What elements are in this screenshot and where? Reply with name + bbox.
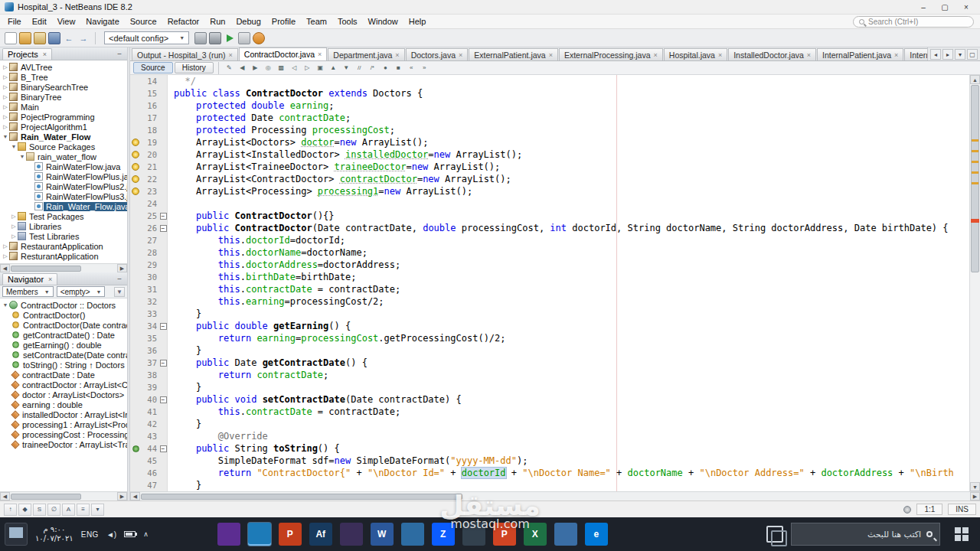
code-text[interactable]: } xyxy=(168,344,969,357)
tree-item-avltree[interactable]: ▷AVLTree xyxy=(0,62,127,72)
taskbar-powerpoint-2-icon[interactable]: P xyxy=(493,523,516,546)
menu-source[interactable]: Source xyxy=(125,15,162,28)
undo-icon[interactable]: ← xyxy=(63,32,75,44)
navigator-item-getcontractdate[interactable]: getContractDate() : Date xyxy=(0,330,127,340)
tab-list-icon[interactable]: ▾ xyxy=(955,49,965,60)
menu-view[interactable]: View xyxy=(52,15,81,28)
close-tab-icon[interactable]: × xyxy=(229,51,233,59)
close-tab-icon[interactable]: × xyxy=(318,51,322,58)
navigator-item-tostring[interactable]: toString() : String ↑ Doctors xyxy=(0,360,127,370)
code-text[interactable]: protected double earning; xyxy=(168,99,969,112)
taskbar-excel-icon[interactable]: X xyxy=(524,523,547,546)
tree-item-binarysearchtree[interactable]: ▷BinarySearchTree xyxy=(0,82,127,92)
back-icon[interactable]: ◀ xyxy=(237,62,248,73)
menu-team[interactable]: Team xyxy=(301,15,332,28)
code-text[interactable]: public String toString() { xyxy=(168,442,969,455)
show-inherited-icon[interactable]: ↑ xyxy=(4,504,17,516)
members-dropdown[interactable]: Members ▼ xyxy=(2,286,54,297)
editor-tab-externalpatient-java[interactable]: ExternalPatient.java× xyxy=(469,48,558,60)
debug-project-icon[interactable] xyxy=(238,32,250,44)
toggle-highlight-icon[interactable]: ▩ xyxy=(276,62,287,73)
navigator-root[interactable]: ▼ContractDoctor :: Doctors xyxy=(0,300,127,310)
code-text[interactable]: public Date getContractDate() { xyxy=(168,357,969,369)
scroll-right-icon[interactable]: ▶ xyxy=(970,492,980,500)
source-view-button[interactable]: Source xyxy=(133,62,173,73)
menu-help[interactable]: Help xyxy=(403,15,432,28)
tree-item-rainwaterflowplus2-java[interactable]: RainWaterFlowPlus2.java xyxy=(0,181,127,191)
tree-item-projectalgorithm1[interactable]: ▷ProjectAlgorithm1 xyxy=(0,122,127,132)
tree-item-test-libraries[interactable]: ▷Test Libraries xyxy=(0,231,127,241)
taskbar-app-blue-icon[interactable] xyxy=(401,523,424,546)
show-non-public-icon[interactable]: ∅ xyxy=(47,504,60,516)
last-edit-position-icon[interactable]: ✎ xyxy=(224,62,235,73)
stop-macro-icon[interactable]: ■ xyxy=(393,62,404,73)
scroll-left-icon[interactable]: ◀ xyxy=(130,492,140,500)
editor-tab-contractdoctor-java[interactable]: ContractDoctor.java× xyxy=(239,47,327,61)
uncomment-icon[interactable]: /* xyxy=(367,62,378,73)
build-project-icon[interactable] xyxy=(194,32,207,44)
code-text[interactable]: public ContractDoctor(){} xyxy=(168,210,969,222)
task-view-icon[interactable] xyxy=(766,526,783,543)
taskbar-search-input[interactable]: اكتب هنا للبحث xyxy=(791,523,940,546)
code-text[interactable]: ArrayList<TraineeDoctor> traineeDoctor=n… xyxy=(168,161,969,173)
tree-item-restaurantapplication[interactable]: ▷RestaurantApplication xyxy=(0,241,127,251)
scroll-down-icon[interactable]: ▼ xyxy=(970,482,980,491)
code-text[interactable]: public double getEarning() { xyxy=(168,320,969,332)
scroll-right-icon[interactable]: ▶ xyxy=(117,264,127,272)
expand-toggle-icon[interactable]: ▷ xyxy=(2,253,9,259)
tree-item-binarytree[interactable]: ▷BinaryTree xyxy=(0,92,127,102)
tab-scroll-right-icon[interactable]: ▸ xyxy=(942,49,953,60)
navigator-item-earning[interactable]: earning : double xyxy=(0,399,127,409)
menu-profile[interactable]: Profile xyxy=(266,15,301,28)
taskbar-powerpoint-icon[interactable]: P xyxy=(279,523,302,546)
navigator-item-processing1[interactable]: processing1 : ArrayList<Proces xyxy=(0,419,127,429)
editor-hscrollbar[interactable]: ◀ ▶ xyxy=(130,491,980,500)
tree-item-rainwaterflowplus-java[interactable]: RainWaterFlowPlus.java xyxy=(0,171,127,181)
fold-toggle-icon[interactable]: − xyxy=(160,396,167,403)
editor-tab-installeddoctor-java[interactable]: InstalledDoctor.java× xyxy=(728,48,816,60)
editor-tab-internalpatient-java[interactable]: InternalPatient.java× xyxy=(817,48,903,60)
expand-toggle-icon[interactable]: ▷ xyxy=(2,243,9,249)
navigator-item-processingcost[interactable]: processingCost : Processing xyxy=(0,429,127,439)
close-panel-icon[interactable]: × xyxy=(48,276,52,283)
projects-tab[interactable]: Projects × xyxy=(2,48,52,60)
next-bookmark-icon[interactable]: ▷ xyxy=(302,62,313,73)
tree-item-resturantapplication[interactable]: ▷ResturantApplication xyxy=(0,251,127,261)
navigator-tab[interactable]: Navigator × xyxy=(2,273,57,285)
shift-right-icon[interactable]: » xyxy=(419,62,430,73)
editor-tab-department-java[interactable]: Department.java× xyxy=(328,48,404,60)
open-project-icon[interactable] xyxy=(34,32,46,44)
navigator-item-contractdate[interactable]: contractDate : Date xyxy=(0,370,127,380)
code-text[interactable]: ArrayList<InstalledDoctor> installedDoct… xyxy=(168,148,969,161)
expand-toggle-icon[interactable]: ▷ xyxy=(2,64,9,70)
save-all-icon[interactable] xyxy=(48,32,60,44)
expand-toggle-icon[interactable]: ▷ xyxy=(2,74,9,80)
menu-navigate[interactable]: Navigate xyxy=(80,15,124,28)
menu-file[interactable]: File xyxy=(2,15,27,28)
expand-toggle-icon[interactable]: ▷ xyxy=(2,124,9,130)
shift-left-icon[interactable]: « xyxy=(406,62,417,73)
taskbar-netbeans-icon[interactable] xyxy=(248,523,271,546)
navigator-item-traineedoctor[interactable]: traineeDoctor : ArrayList<Train xyxy=(0,439,127,449)
collapse-toggle-icon[interactable]: ▼ xyxy=(2,302,9,308)
tree-item-main[interactable]: ▷Main xyxy=(0,102,127,112)
navigator-item-setcontractdate-date[interactable]: setContractDate(Date contractDa xyxy=(0,350,127,360)
scroll-up-icon[interactable]: ▲ xyxy=(970,75,980,84)
close-panel-icon[interactable]: × xyxy=(43,51,47,58)
new-project-icon[interactable] xyxy=(19,32,31,44)
navigator-item-contractdoctor-date[interactable]: ContractDoctor(Date contractDat xyxy=(0,320,127,330)
tree-item-pojectprogramming[interactable]: ▷PojectProgramming xyxy=(0,112,127,122)
tray-chevron-icon[interactable]: ∧ xyxy=(143,530,149,538)
collapse-toggle-icon[interactable]: ▼ xyxy=(18,154,26,159)
clean-and-build-project-icon[interactable] xyxy=(209,32,221,44)
expand-toggle-icon[interactable]: ▷ xyxy=(10,214,18,220)
code-text[interactable]: protected Date contractDate; xyxy=(168,112,969,124)
code-text[interactable]: return "ContractDoctor{" + "\nDoctor Id=… xyxy=(168,467,969,479)
collapse-toggle-icon[interactable]: ▼ xyxy=(10,144,18,149)
scroll-thumb[interactable] xyxy=(141,494,462,500)
code-text[interactable]: this.contractDate = contractDate; xyxy=(168,406,969,418)
show-fields-icon[interactable]: ◆ xyxy=(18,504,31,516)
taskbar-clock[interactable]: ٩:٠٠ م ١٠/٠٧/٢٠٢١ xyxy=(35,525,74,543)
navigator-item-installeddoctor[interactable]: installedDoctor : ArrayList<Inst xyxy=(0,409,127,419)
expand-toggle-icon[interactable]: ▷ xyxy=(2,104,9,110)
